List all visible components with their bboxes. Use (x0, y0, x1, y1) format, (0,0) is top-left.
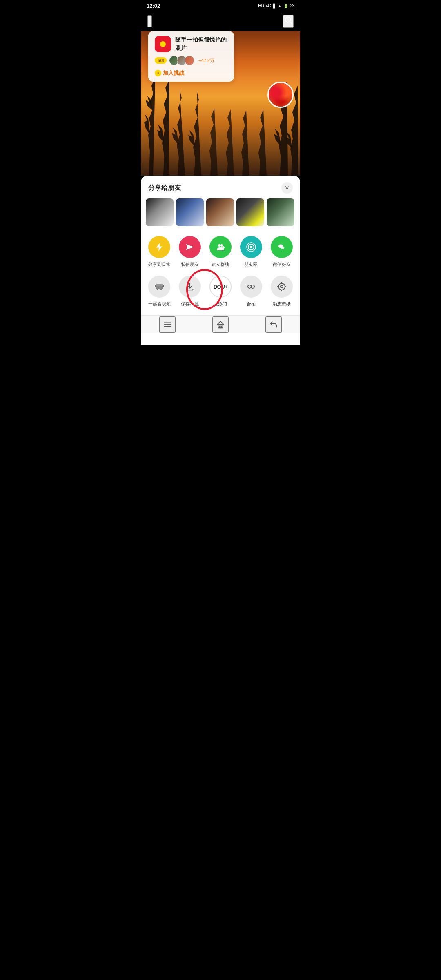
challenge-icon-dot (160, 41, 166, 47)
collab-icon (240, 276, 262, 298)
flower-thumbnail[interactable] (267, 82, 294, 108)
filter-item[interactable] (146, 198, 174, 226)
save-label: 保存本地 (181, 301, 199, 307)
filter-item[interactable] (206, 198, 234, 226)
menu-button[interactable] (159, 316, 176, 333)
dm-label: 私信朋友 (181, 261, 199, 267)
battery-icon: 🔋 (283, 4, 288, 8)
network-badge: 4G (266, 4, 271, 8)
svg-rect-7 (156, 286, 163, 289)
action-group[interactable]: 建立群聊 (205, 233, 236, 272)
hd-badge: HD (258, 4, 264, 8)
filter-item[interactable] (267, 198, 294, 226)
wechat-icon (271, 236, 293, 258)
filter-item[interactable] (176, 198, 204, 226)
home-button[interactable] (212, 316, 229, 333)
share-panel-header: 分享给朋友 ✕ (141, 176, 300, 198)
join-label: 加入挑战 (163, 69, 184, 77)
avatar (185, 56, 194, 65)
action-wallpaper[interactable]: 动态壁纸 (266, 272, 297, 312)
flower-inner (269, 83, 292, 107)
wechat-label: 微信好友 (273, 261, 291, 267)
save-icon (179, 276, 201, 298)
status-time: 12:02 (147, 3, 160, 9)
hot-label: 上热门 (214, 301, 227, 307)
group-icon (209, 236, 232, 258)
filter-item[interactable] (236, 198, 264, 226)
watch-icon (148, 276, 170, 298)
action-wechat[interactable]: 微信好友 (266, 233, 297, 272)
top-nav: ‹ (141, 11, 300, 31)
filter-row (141, 198, 300, 233)
action-daily[interactable]: 分享到日常 (144, 233, 175, 272)
wallpaper-icon (271, 276, 293, 298)
action-moments[interactable]: 朋友圈 (236, 233, 266, 272)
svg-point-15 (278, 283, 285, 290)
challenge-title: 随手一拍但很惊艳的照片 (175, 36, 227, 52)
hot-icon: DOU+ (209, 276, 232, 298)
action-collab[interactable]: 合拍 (236, 272, 266, 312)
share-panel-title: 分享给朋友 (148, 184, 181, 192)
svg-point-2 (218, 244, 220, 247)
watch-label: 一起看视频 (148, 301, 171, 307)
action-save[interactable]: 保存本地 (175, 272, 205, 312)
svg-point-14 (251, 285, 254, 288)
status-icons: HD 4G ▊ ▲ 🔋 23 (258, 4, 294, 8)
collab-label: 合拍 (247, 301, 256, 307)
challenge-card-header: 随手一拍但很惊艳的照片 (155, 36, 227, 52)
status-bar: 12:02 HD 4G ▊ ▲ 🔋 23 (141, 0, 300, 11)
challenge-icon (155, 36, 171, 52)
dm-icon (179, 236, 201, 258)
moments-icon (240, 236, 262, 258)
participants-count: +47.2万 (198, 58, 214, 64)
battery-level: 23 (290, 4, 294, 8)
challenge-avatars (169, 56, 194, 65)
back-nav-button[interactable] (265, 316, 282, 333)
progress-badge: 5/8 (155, 57, 167, 64)
signal-icon: ▊ (273, 4, 276, 8)
moments-label: 朋友圈 (244, 261, 258, 267)
wallpaper-label: 动态壁纸 (273, 301, 291, 307)
join-challenge-button[interactable]: ✦ 加入挑战 (155, 69, 184, 77)
challenge-card: 随手一拍但很惊艳的照片 5/8 +47.2万 ✦ 加入挑战 (148, 31, 234, 82)
svg-line-1 (290, 22, 292, 24)
svg-rect-11 (160, 289, 162, 290)
action-watch[interactable]: 一起看视频 (144, 272, 175, 312)
svg-point-4 (250, 246, 252, 248)
action-hot[interactable]: DOU+ 上热门 (205, 272, 236, 312)
action-dm[interactable]: 私信朋友 (175, 233, 205, 272)
wifi-icon: ▲ (278, 4, 282, 8)
svg-rect-10 (157, 289, 158, 290)
challenge-stats: 5/8 +47.2万 (155, 56, 227, 65)
bottom-nav (141, 315, 300, 333)
svg-point-3 (220, 244, 223, 247)
join-icon: ✦ (155, 70, 161, 76)
daily-icon (148, 236, 170, 258)
group-label: 建立群聊 (212, 261, 229, 267)
share-panel: 分享给朋友 ✕ 分享到日常 私信朋友 (141, 176, 300, 345)
action-grid-row1: 分享到日常 私信朋友 建立群聊 (141, 233, 300, 272)
svg-point-0 (285, 17, 291, 22)
search-button[interactable] (283, 15, 294, 28)
svg-point-16 (281, 285, 283, 288)
back-button[interactable]: ‹ (147, 15, 152, 27)
svg-rect-25 (219, 326, 222, 328)
svg-rect-12 (156, 284, 163, 286)
action-grid-row2: 一起看视频 保存本地 DOU+ 上热门 (141, 272, 300, 312)
svg-point-13 (248, 285, 251, 288)
daily-label: 分享到日常 (148, 261, 171, 267)
close-button[interactable]: ✕ (281, 182, 293, 194)
